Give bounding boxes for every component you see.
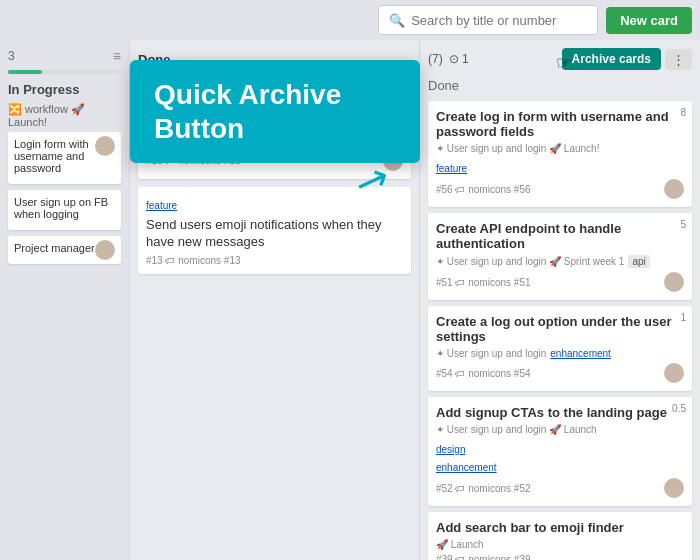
list-item[interactable]: 8 Create log in form with username and p… [428, 101, 692, 207]
card-title: Add search bar to emoji finder [436, 520, 684, 535]
card-title: User sign up on FB when logging [14, 196, 115, 220]
card-number: #52 🏷 nomicons #52 [436, 483, 531, 494]
card-number: #56 🏷 nomicons #56 [436, 184, 531, 195]
card-title: Create API endpoint to handle authentica… [436, 221, 684, 251]
avatar [664, 478, 684, 498]
list-item[interactable]: 5 Create API endpoint to handle authenti… [428, 213, 692, 300]
avatar [664, 272, 684, 292]
list-item[interactable]: Add search bar to emoji finder 🚀 Launch … [428, 512, 692, 560]
card-footer: #51 🏷 nomicons #51 [436, 272, 684, 292]
card-meta: 🚀 Launch [436, 539, 684, 550]
list-item[interactable]: User sign up on FB when logging [8, 190, 121, 230]
list-item[interactable]: 1 Create a log out option under the user… [428, 306, 692, 391]
card-footer: #56 🏷 nomicons #56 [436, 179, 684, 199]
feature-tag: feature [146, 200, 177, 211]
new-card-button[interactable]: New card [606, 7, 692, 34]
card-footer: #54 🏷 nomicons #54 [436, 363, 684, 383]
score-badge: 1 [680, 312, 686, 323]
avatar [95, 240, 115, 260]
progress-bar-fill [8, 70, 42, 74]
card-meta: ✦ User sign up and login 🚀 Launch [436, 424, 684, 435]
card-number: #39 🏷 nomicons #39 [436, 554, 531, 560]
app-header: 🔍 New card [0, 0, 700, 40]
column-menu-button[interactable]: ⋮ [665, 49, 692, 70]
tooltip-title: Quick Archive Button [154, 78, 396, 145]
column-menu-icon[interactable]: ≡ [113, 48, 121, 64]
card-title: Create log in form with username and pas… [436, 109, 684, 139]
tooltip-overlay: Quick Archive Button ↗ [130, 60, 420, 163]
card-number: #51 🏷 nomicons #51 [436, 277, 531, 288]
search-bar[interactable]: 🔍 [378, 5, 598, 35]
card-number: #13 🏷 nomicons #13 [146, 255, 241, 266]
api-tag: api [628, 255, 649, 268]
points-label: ⊙ 1 [449, 52, 469, 66]
card-title: Add signup CTAs to the landing page [436, 405, 684, 420]
column-title: In Progress [8, 82, 121, 97]
avatar [664, 363, 684, 383]
workflow-label: 🔀 workflow 🚀 Launch! [8, 103, 121, 128]
design-tag: design [436, 444, 465, 455]
progress-bar [8, 70, 121, 74]
card-meta: ✦ User sign up and login enhancement [436, 348, 684, 359]
done-column-right: (7) ⊙ 1 Archive cards ⋮ Done 8 Create lo… [420, 40, 700, 560]
card-title: Create a log out option under the user s… [436, 314, 684, 344]
cursor-icon: ☞ [556, 52, 572, 74]
card-meta: ✦ User sign up and login 🚀 Sprint week 1… [436, 255, 684, 268]
score-badge: 0.5 [672, 403, 686, 414]
list-item[interactable]: Login form with username and password [8, 132, 121, 184]
card-count: (7) [428, 52, 443, 66]
search-icon: 🔍 [389, 13, 405, 28]
search-input[interactable] [411, 13, 587, 28]
archive-cards-button[interactable]: Archive cards [562, 48, 661, 70]
done-label: Done [428, 78, 692, 93]
enhancement-tag: enhancement [550, 348, 611, 359]
avatar [95, 136, 115, 156]
score-badge: 8 [680, 107, 686, 118]
feature-tag: feature [436, 163, 467, 174]
card-title: Send users emoji notifications when they… [146, 217, 403, 251]
card-footer: #39 🏷 nomicons #39 [436, 554, 684, 560]
column-header: 3 ≡ [8, 48, 121, 64]
list-item[interactable]: 0.5 Add signup CTAs to the landing page … [428, 397, 692, 506]
enhancement-tag: enhancement [436, 462, 497, 473]
score-badge: 5 [680, 219, 686, 230]
list-item[interactable]: Project manager [8, 236, 121, 264]
card-footer: #13 🏷 nomicons #13 [146, 255, 403, 266]
column-meta: (7) ⊙ 1 [428, 52, 469, 66]
avatar [664, 179, 684, 199]
card-number: #54 🏷 nomicons #54 [436, 368, 531, 379]
in-progress-column: 3 ≡ In Progress 🔀 workflow 🚀 Launch! Log… [0, 40, 130, 560]
card-meta: ✦ User sign up and login 🚀 Launch! [436, 143, 684, 154]
card-footer: #52 🏷 nomicons #52 [436, 478, 684, 498]
column-count: 3 [8, 49, 15, 63]
